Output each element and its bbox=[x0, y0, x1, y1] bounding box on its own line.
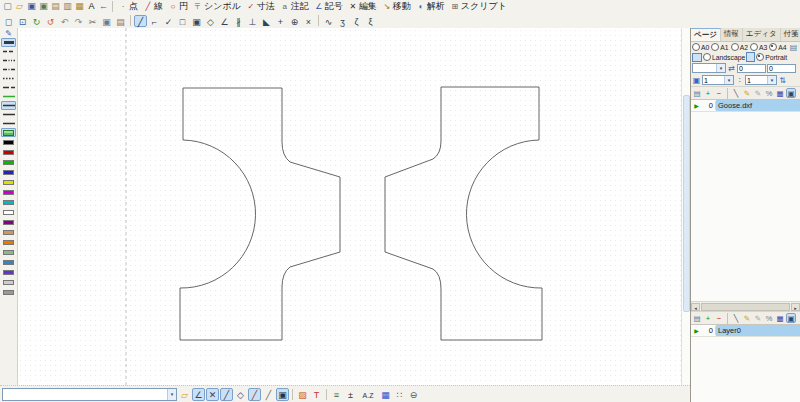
color-swatch-4[interactable] bbox=[1, 177, 16, 187]
snap-angle-button[interactable]: ∠ bbox=[192, 388, 205, 401]
layer-row[interactable]: ▶0Layer0 bbox=[691, 325, 800, 337]
scale-numerator-select[interactable]: ▾ bbox=[702, 75, 734, 85]
scale-numerator-value[interactable] bbox=[703, 76, 724, 84]
style-long-dash-button[interactable] bbox=[1, 83, 16, 92]
angle-line-tool-button[interactable]: ✓ bbox=[162, 15, 175, 27]
center-mark-tool-button[interactable]: ⊕ bbox=[288, 15, 301, 27]
tab-エディタ[interactable]: エディタ bbox=[743, 28, 781, 41]
menu-annotation[interactable]: a注記 bbox=[278, 1, 312, 13]
scrollbar-thumb[interactable] bbox=[683, 95, 690, 312]
spin-buttons[interactable]: ⇅ bbox=[778, 76, 787, 85]
left-shape[interactable] bbox=[180, 88, 340, 340]
arc-tool-button[interactable]: ʒ bbox=[336, 15, 349, 27]
refresh-icon[interactable]: ↻ bbox=[30, 15, 43, 27]
spline-tool-button[interactable]: ∿ bbox=[322, 15, 335, 27]
width-05-button[interactable] bbox=[1, 110, 16, 119]
hatch-button[interactable]: ▨ bbox=[296, 388, 309, 401]
snap-midpoint-button[interactable]: ╱ bbox=[262, 388, 275, 401]
rect-tool-button[interactable]: □ bbox=[176, 15, 189, 27]
redo-icon[interactable]: ↷ bbox=[72, 15, 85, 27]
print-icon[interactable]: ▤ bbox=[50, 1, 61, 12]
open-command-button[interactable]: ▱ bbox=[178, 388, 191, 401]
color-swatch-12[interactable] bbox=[1, 257, 16, 267]
style-dot-button[interactable] bbox=[1, 74, 16, 83]
margin-icon[interactable]: ▣ bbox=[692, 76, 701, 85]
panel-horizontal-scrollbar[interactable]: ◂ ▸ bbox=[691, 301, 800, 311]
perpendicular-tool-button[interactable]: ⊥ bbox=[246, 15, 259, 27]
zoom-out-button[interactable]: ⊖ bbox=[407, 388, 420, 401]
color-swatch-1[interactable] bbox=[1, 147, 16, 157]
menu-analysis[interactable]: ◐解析 bbox=[414, 1, 448, 13]
paper-size-a2[interactable]: A2 bbox=[731, 43, 748, 51]
document-row[interactable]: ▶0Goose.dxf bbox=[691, 100, 800, 112]
snap-nearest-button[interactable]: ╱ bbox=[248, 388, 261, 401]
color-palette-button[interactable]: ▦ bbox=[379, 388, 392, 401]
scroll-left-icon[interactable]: ◂ bbox=[691, 303, 700, 311]
triangle-tool-button[interactable]: ◣ bbox=[260, 15, 273, 27]
duplicate-layer-button[interactable]: ✎ bbox=[753, 313, 763, 323]
menu-edit[interactable]: ✕編集 bbox=[346, 1, 380, 13]
color-swatch-11[interactable] bbox=[1, 247, 16, 257]
snap-intersection-button[interactable]: ✕ bbox=[206, 388, 219, 401]
select-doc-button[interactable]: ╲ bbox=[731, 88, 741, 98]
paper-size-a0[interactable]: A0 bbox=[692, 43, 709, 51]
snap-grid-button[interactable]: ▣ bbox=[276, 388, 289, 401]
color-swatch-3[interactable] bbox=[1, 167, 16, 177]
style-green-line-button[interactable] bbox=[1, 92, 16, 101]
menu-circle[interactable]: ○円 bbox=[166, 1, 191, 13]
display-order-button[interactable]: ≡ bbox=[330, 388, 343, 401]
menu-mark[interactable]: ∠記号 bbox=[312, 1, 346, 13]
orientation-portrait[interactable]: Portrait bbox=[756, 53, 787, 61]
new-file-icon[interactable]: ▢ bbox=[2, 1, 13, 12]
rename-layer-button[interactable]: ✎ bbox=[742, 313, 752, 323]
zoom-window-icon[interactable]: ◻ bbox=[2, 15, 15, 27]
width-1-button[interactable] bbox=[1, 101, 16, 110]
paper-preset-value[interactable] bbox=[693, 64, 716, 72]
menu-line[interactable]: ╱線 bbox=[141, 1, 166, 13]
freehand-tool-button[interactable]: ξ bbox=[364, 15, 377, 27]
paper-update-button[interactable]: ▤ bbox=[788, 42, 799, 52]
style-dash-dot-dot-button[interactable] bbox=[1, 56, 16, 65]
angle-tool-button[interactable]: ∠ bbox=[218, 15, 231, 27]
color-bylayer-button[interactable] bbox=[1, 128, 16, 137]
color-swatch-13[interactable] bbox=[1, 267, 16, 277]
rect-center-tool-button[interactable]: ▣ bbox=[190, 15, 203, 27]
layer-colors-button[interactable]: ▦ bbox=[775, 313, 785, 323]
color-swatch-6[interactable] bbox=[1, 197, 16, 207]
paper-size-a4[interactable]: A4 bbox=[769, 43, 786, 51]
current-doc-button[interactable]: ▣ bbox=[786, 88, 796, 98]
menu-dimension[interactable]: ✓寸法 bbox=[244, 1, 278, 13]
scroll-right-icon[interactable]: ▸ bbox=[791, 303, 800, 311]
color-swatch-15[interactable] bbox=[1, 287, 16, 297]
point-style-button[interactable]: ∷ bbox=[393, 388, 406, 401]
parallel-tool-button[interactable]: ∦ bbox=[232, 15, 245, 27]
remove-doc-button[interactable]: − bbox=[714, 88, 724, 98]
snap-online-button[interactable]: ╱ bbox=[220, 388, 233, 401]
color-swatch-7[interactable] bbox=[1, 207, 16, 217]
snap-endpoint-button[interactable]: ◇ bbox=[234, 388, 247, 401]
scrollbar-thumb[interactable] bbox=[701, 303, 790, 311]
text-tag-button[interactable]: T bbox=[310, 388, 323, 401]
chevron-down-icon[interactable]: ▾ bbox=[716, 64, 725, 72]
chevron-down-icon[interactable]: ▾ bbox=[724, 76, 733, 84]
chevron-down-icon[interactable]: ▾ bbox=[767, 76, 776, 84]
duplicate-doc-button[interactable]: ✎ bbox=[753, 88, 763, 98]
menu-script[interactable]: ⊞スクリプト bbox=[448, 1, 510, 13]
undo-icon[interactable]: ↶ bbox=[58, 15, 71, 27]
add-doc-button[interactable]: + bbox=[703, 88, 713, 98]
cross-tool-button[interactable]: + bbox=[274, 15, 287, 27]
plot-icon[interactable]: ▥ bbox=[62, 1, 73, 12]
menu-move[interactable]: ↘移動 bbox=[380, 1, 414, 13]
open-file-icon[interactable]: ▱ bbox=[14, 1, 25, 12]
color-swatch-9[interactable] bbox=[1, 227, 16, 237]
current-layer-button[interactable]: ▣ bbox=[786, 313, 796, 323]
scale-denominator-value[interactable] bbox=[746, 76, 767, 84]
command-input[interactable] bbox=[3, 390, 167, 398]
regen-icon[interactable]: ↺ bbox=[44, 15, 57, 27]
select-layer-button[interactable]: ╲ bbox=[731, 313, 741, 323]
text-style-icon[interactable]: A bbox=[86, 1, 97, 12]
chevron-down-icon[interactable]: ▾ bbox=[167, 389, 176, 400]
paper-preset-select[interactable]: ▾ bbox=[692, 63, 726, 73]
tab-ページ[interactable]: ページ bbox=[691, 28, 721, 41]
style-dash-dot-button[interactable] bbox=[1, 65, 16, 74]
